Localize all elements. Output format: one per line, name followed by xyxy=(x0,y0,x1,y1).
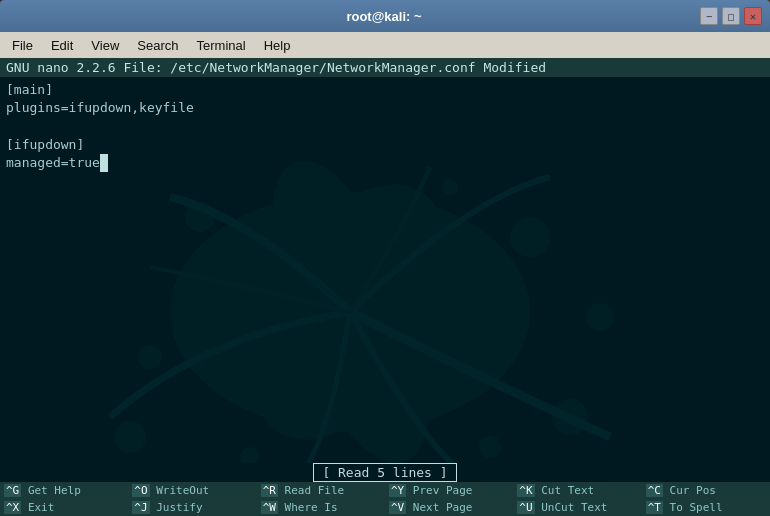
menu-view[interactable]: View xyxy=(83,36,127,55)
svg-point-3 xyxy=(185,202,215,232)
svg-point-7 xyxy=(240,447,260,463)
shortcut-uncut-text: ^U UnCut Text xyxy=(513,499,641,516)
svg-point-0 xyxy=(170,192,530,432)
svg-point-9 xyxy=(586,303,614,331)
label-uncut-text: UnCut Text xyxy=(541,501,607,514)
svg-point-2 xyxy=(239,141,461,463)
svg-point-1 xyxy=(211,151,490,463)
titlebar-title: root@kali: ~ xyxy=(68,9,700,24)
terminal: GNU nano 2.2.6 File: /etc/NetworkManager… xyxy=(0,58,770,516)
label-where-is: Where Is xyxy=(285,501,338,514)
close-button[interactable]: ✕ xyxy=(744,7,762,25)
key-cy: ^Y xyxy=(389,484,406,497)
svg-point-4 xyxy=(510,217,550,257)
key-co: ^O xyxy=(132,484,149,497)
label-cut-text: Cut Text xyxy=(541,484,594,497)
shortcut-read-file: ^R Read File xyxy=(257,482,385,499)
label-to-spell: To Spell xyxy=(670,501,723,514)
key-cw: ^W xyxy=(261,501,278,514)
maximize-button[interactable]: □ xyxy=(722,7,740,25)
key-ct: ^T xyxy=(646,501,663,514)
label-exit: Exit xyxy=(28,501,55,514)
key-cc: ^C xyxy=(646,484,663,497)
key-cv: ^V xyxy=(389,501,406,514)
svg-point-10 xyxy=(114,421,146,453)
minimize-button[interactable]: − xyxy=(700,7,718,25)
shortcuts-bar: ^G Get Help ^O WriteOut ^R Read File ^Y … xyxy=(0,482,770,516)
menu-help[interactable]: Help xyxy=(256,36,299,55)
label-next-page: Next Page xyxy=(413,501,473,514)
key-cj: ^J xyxy=(132,501,149,514)
menu-edit[interactable]: Edit xyxy=(43,36,81,55)
label-cur-pos: Cur Pos xyxy=(670,484,716,497)
shortcut-prev-page: ^Y Prev Page xyxy=(385,482,513,499)
menubar: File Edit View Search Terminal Help xyxy=(0,32,770,58)
shortcut-get-help: ^G Get Help xyxy=(0,482,128,499)
svg-point-11 xyxy=(479,436,501,458)
text-cursor xyxy=(100,154,108,172)
key-ck: ^K xyxy=(517,484,534,497)
read-indicator: [ Read 5 lines ] xyxy=(0,463,770,482)
editor-content: [main] plugins=ifupdown,keyfile [ifupdow… xyxy=(6,81,764,172)
label-get-help: Get Help xyxy=(28,484,81,497)
shortcut-where-is: ^W Where Is xyxy=(257,499,385,516)
nano-status-bar: GNU nano 2.2.6 File: /etc/NetworkManager… xyxy=(0,58,770,77)
shortcut-next-page: ^V Next Page xyxy=(385,499,513,516)
label-justify: Justify xyxy=(156,501,202,514)
label-read-file: Read File xyxy=(285,484,345,497)
titlebar: root@kali: ~ − □ ✕ xyxy=(0,0,770,32)
svg-point-8 xyxy=(442,179,458,195)
shortcut-to-spell: ^T To Spell xyxy=(642,499,770,516)
key-cx: ^X xyxy=(4,501,21,514)
svg-point-6 xyxy=(552,399,588,435)
shortcut-cur-pos: ^C Cur Pos xyxy=(642,482,770,499)
shortcut-exit: ^X Exit xyxy=(0,499,128,516)
titlebar-controls: − □ ✕ xyxy=(700,7,762,25)
shortcut-writeout: ^O WriteOut xyxy=(128,482,256,499)
menu-file[interactable]: File xyxy=(4,36,41,55)
key-cr: ^R xyxy=(261,484,278,497)
label-prev-page: Prev Page xyxy=(413,484,473,497)
menu-terminal[interactable]: Terminal xyxy=(189,36,254,55)
key-cu: ^U xyxy=(517,501,534,514)
key-cg: ^G xyxy=(4,484,21,497)
shortcut-cut-text: ^K Cut Text xyxy=(513,482,641,499)
svg-point-5 xyxy=(138,345,162,369)
background-splash xyxy=(50,137,650,463)
menu-search[interactable]: Search xyxy=(129,36,186,55)
shortcut-justify: ^J Justify xyxy=(128,499,256,516)
editor-area[interactable]: [main] plugins=ifupdown,keyfile [ifupdow… xyxy=(0,77,770,463)
label-writeout: WriteOut xyxy=(156,484,209,497)
